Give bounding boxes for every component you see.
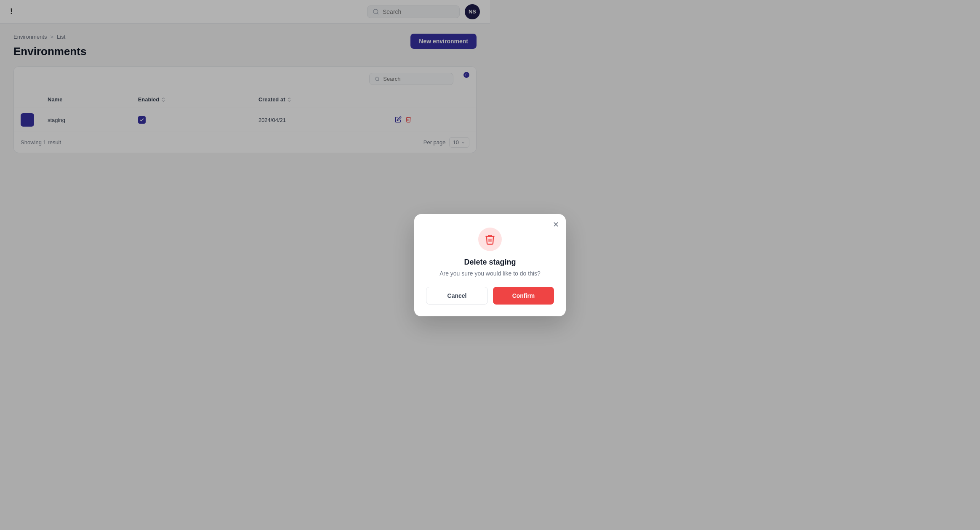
modal-overlay[interactable]: ✕ Delete staging Are you sure you would … bbox=[0, 0, 490, 265]
modal-icon-wrapper bbox=[478, 228, 490, 251]
delete-confirm-modal: ✕ Delete staging Are you sure you would … bbox=[414, 214, 490, 265]
modal-title: Delete staging bbox=[426, 258, 490, 265]
trash-icon bbox=[484, 233, 490, 245]
